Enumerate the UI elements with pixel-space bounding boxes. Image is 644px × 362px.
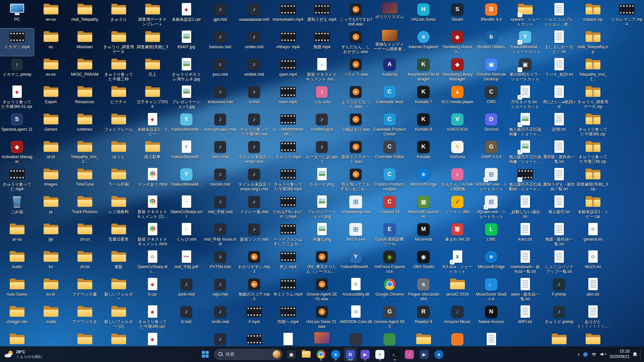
desktop-icon[interactable]: DDiscord xyxy=(474,111,508,138)
desktop-icon[interactable]: 井上ドラム.mp4 xyxy=(271,276,305,303)
notepad-taskbar-button[interactable]: ≡ xyxy=(373,348,387,361)
desktop-icon[interactable]: ♪mid_学校.mid xyxy=(203,193,237,221)
desktop-icon[interactable]: ◆Steinberg Downlo... xyxy=(440,28,474,56)
notification-bell-icon[interactable] xyxy=(633,352,637,356)
desktop-icon[interactable]: きゅうり xyxy=(102,1,136,28)
desktop-icon[interactable] xyxy=(237,331,271,347)
desktop-icon[interactable] xyxy=(576,331,610,347)
desktop-icon[interactable]: きゅうり食ってた午後3時.mp4 xyxy=(271,166,305,193)
desktop-icon[interactable]: eMicrosoft Edge xyxy=(407,166,440,193)
desktop-icon[interactable]: GGroove Agent SE 5 xyxy=(373,303,407,331)
desktop-icon[interactable]: Telepathy_Inst_2... xyxy=(576,56,610,83)
desktop-icon[interactable]: 65407.jpg xyxy=(169,28,203,56)
desktop-icon[interactable]: 新しいフォルダー xyxy=(102,276,136,303)
desktop-icon[interactable]: ▲VLC media player xyxy=(440,83,474,111)
desktop-icon[interactable]: ヘッドフォンはずしててよかった.mp4 xyxy=(271,221,305,248)
desktop-icon[interactable]: ♪aorin.mid xyxy=(169,276,203,303)
volume-icon[interactable] xyxy=(600,352,606,357)
desktop-icon[interactable]: ϟVoiSona xyxy=(440,138,474,166)
desktop-icon[interactable]: ◆Activation Manager xyxy=(0,138,34,166)
desktop-icon[interactable]: ♪きゅうり食ってた午後3時.mid xyxy=(237,111,271,138)
clock[interactable]: 15:18 2025/09/21 xyxy=(609,349,630,359)
desktop-icon[interactable]: ▶001_東北きりたん（ノーマル）_今じゃ... xyxy=(305,248,339,276)
desktop-icon[interactable]: chatgpt-site xyxy=(0,303,34,331)
desktop-icon[interactable]: ja xyxy=(34,193,68,221)
desktop-icon[interactable]: フォトフレーム xyxy=(102,111,136,138)
desktop-icon[interactable]: YYukkuriMovieM... xyxy=(169,138,203,166)
desktop-icon[interactable]: HHALion Sonic xyxy=(407,1,440,28)
desktop-icon[interactable]: MMuseHub xyxy=(407,221,440,248)
desktop-icon[interactable]: ▶HALion Sonic 01.wav xyxy=(305,303,339,331)
desktop-icon[interactable]: 調査練習(失敗)_3.zip xyxy=(576,166,610,193)
desktop-icon[interactable]: かるービ.png xyxy=(305,166,339,193)
desktop-icon[interactable]: ⚙AWSSDK.Core.dll xyxy=(339,303,373,331)
desktop-icon[interactable]: ♪かんたん！AITalk 3 関西風 xyxy=(440,166,474,193)
desktop-icon[interactable]: きゅうり食ってた午後3時.zip xyxy=(576,111,610,138)
desktop-icon[interactable]: ♪kotusytuaaus.mid xyxy=(203,111,237,138)
desktop-icon[interactable]: ♪mero.mid xyxy=(203,138,237,166)
desktop-icon[interactable]: airset2-2019 xyxy=(440,276,474,303)
desktop-icon[interactable]: 路上駐車 xyxy=(136,138,169,166)
desktop-icon[interactable]: ポリリリリズム xyxy=(373,1,407,28)
desktop-icon[interactable]: ▶わかりやすい.mp3 xyxy=(237,248,271,276)
desktop-icon[interactable]: RReaktor 6 xyxy=(407,303,440,331)
file-explorer-taskbar-button[interactable] xyxy=(300,348,313,361)
desktop-icon[interactable] xyxy=(373,331,407,347)
wifi-icon[interactable] xyxy=(591,352,597,357)
desktop-icon[interactable]: CCubase 14 xyxy=(373,193,407,221)
desktop-icon[interactable]: 父子キャンプ2018 xyxy=(136,83,169,111)
desktop-icon[interactable]: ♪ xyxy=(203,331,237,347)
desktop-icon[interactable]: ♻ごみ箱 xyxy=(0,193,34,221)
desktop-icon[interactable]: YYukkuriMovieM... xyxy=(169,111,203,138)
desktop-icon[interactable]: KKontakt 7 xyxy=(407,83,440,111)
desktop-icon[interactable]: きゅうり食ってた.mp4 xyxy=(0,166,34,193)
desktop-icon[interactable]: ♪イカマニ.ymmp xyxy=(0,56,34,83)
desktop-icon[interactable]: 売上 xyxy=(136,56,169,83)
desktop-icon[interactable]: 無題.mp4 xyxy=(305,28,339,56)
desktop-icon[interactable]: ピクチャ xyxy=(102,83,136,111)
desktop-icon[interactable]: 最新 xyxy=(102,248,136,276)
desktop-icon[interactable]: きゅうり_調査用データ xyxy=(102,28,136,56)
desktop-icon[interactable]: PC xyxy=(0,1,34,28)
desktop-icon[interactable]: cubase.zip xyxy=(576,1,610,28)
desktop-icon[interactable]: 新規 テキストドキュメント (2).html xyxy=(136,193,169,221)
desktop-icon[interactable]: ◉OBS Studio xyxy=(407,248,440,276)
desktop-icon[interactable]: midi_Telepathy xyxy=(68,1,102,28)
desktop-icon[interactable]: ▶Groove Agent SE 01.wav xyxy=(305,276,339,303)
desktop-icon[interactable]: TimeTune xyxy=(68,166,102,193)
desktop-icon[interactable]: SSpectraLayers 11 xyxy=(0,111,34,138)
desktop-icon[interactable] xyxy=(0,331,34,347)
desktop-icon[interactable]: だれもFXいれたやつ.mp4 xyxy=(271,193,305,221)
desktop-icon[interactable]: 無題 - 親作品一覧.txt xyxy=(542,221,576,248)
desktop-icon[interactable]: id-id xyxy=(34,138,68,166)
desktop-icon[interactable]: きゅうり食ってた午後三時 xyxy=(102,56,136,83)
desktop-icon[interactable]: 調査練習(失敗)_3 xyxy=(136,28,169,56)
desktop-icon[interactable]: ♪うみ.ustx xyxy=(305,83,339,111)
desktop-icon[interactable]: malib xyxy=(34,303,68,331)
desktop-icon[interactable]: runtimes xyxy=(68,111,102,138)
desktop-icon[interactable]: ↗無人販売不正行為画像 - ショートカット xyxy=(508,138,542,166)
desktop-icon[interactable]: Audio xyxy=(0,248,34,276)
desktop-icon[interactable]: ◆9.cpr xyxy=(136,276,169,303)
desktop-icon[interactable]: CCakewalk Next xyxy=(373,83,407,111)
desktop-icon[interactable]: 筆筆まめ Ver.28 xyxy=(440,221,474,248)
desktop-icon[interactable] xyxy=(474,331,508,347)
desktop-icon[interactable]: Auto Saves xyxy=(0,276,34,303)
desktop-icon[interactable]: イカレマニア.mp4 xyxy=(610,1,644,28)
desktop-icon[interactable]: ◆名称未設定1 - コピー xyxy=(136,111,169,138)
desktop-icon[interactable]: ♪hamusu.mid xyxy=(203,28,237,56)
desktop-icon[interactable]: eInternet Explorer xyxy=(407,28,440,56)
desktop-icon[interactable]: ♪uaaaaaaaaa.mid xyxy=(237,1,271,28)
desktop-icon[interactable]: 営業日変更 xyxy=(102,221,136,248)
desktop-icon[interactable]: ♪jusu.mid xyxy=(203,56,237,83)
desktop-icon[interactable]: ko-kr xyxy=(34,276,68,303)
desktop-icon[interactable]: KKeepforest File Manager xyxy=(407,56,440,83)
desktop-icon[interactable]: open - 親作品一覧.txt xyxy=(508,276,542,303)
desktop-icon[interactable]: ▦Minecraft Launcher xyxy=(407,193,440,221)
desktop-icon[interactable]: ♪xl.mid xyxy=(237,83,271,111)
desktop-icon[interactable]: ◆名称未設定1.cpr xyxy=(169,1,203,28)
desktop-icon[interactable]: sPlogue sforzando x64 xyxy=(407,276,440,303)
desktop-icon[interactable]: 新しいフォルダー (2) xyxy=(102,303,136,331)
desktop-icon[interactable] xyxy=(339,331,373,347)
desktop-icon[interactable]: BBlender 4.4 xyxy=(474,1,508,28)
